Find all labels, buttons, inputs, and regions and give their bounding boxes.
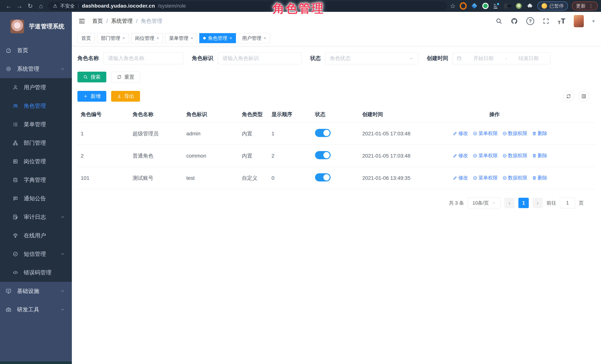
- sidebar-logo[interactable]: 芋道管理系统: [0, 12, 72, 41]
- sidebar-item-audit-log[interactable]: 审计日志: [0, 208, 72, 226]
- search-button[interactable]: 搜索: [77, 72, 106, 82]
- browser-reload-icon[interactable]: ↻: [25, 1, 36, 10]
- extension-green-icon[interactable]: [482, 2, 489, 10]
- status-toggle[interactable]: [315, 129, 331, 137]
- col-actions: 操作: [453, 107, 536, 123]
- status-toggle[interactable]: [315, 151, 331, 159]
- sidebar-item-dict[interactable]: 字典管理: [0, 171, 72, 189]
- sidebar-item-errcode[interactable]: 错误码管理: [0, 263, 72, 282]
- extension-on-icon[interactable]: on: [504, 2, 511, 10]
- delete-action[interactable]: 删除: [532, 130, 547, 137]
- extension-monkey-icon[interactable]: [515, 2, 522, 10]
- role-key-input[interactable]: [218, 52, 301, 64]
- reset-button[interactable]: 重置: [111, 72, 140, 82]
- tab-close-icon[interactable]: ×: [190, 36, 193, 41]
- tab-post[interactable]: 岗位管理 ×: [131, 33, 163, 43]
- menu-perm-action[interactable]: 菜单权限: [473, 130, 498, 137]
- prev-page-button[interactable]: ‹: [504, 198, 515, 208]
- breadcrumb-system[interactable]: 系统管理: [111, 17, 133, 25]
- role-name-input[interactable]: [103, 52, 183, 64]
- table-refresh-button[interactable]: [563, 91, 574, 102]
- extension-grid-icon[interactable]: [493, 2, 500, 10]
- status-toggle[interactable]: [315, 173, 331, 181]
- data-perm-action[interactable]: 数据权限: [502, 152, 527, 159]
- monitor-check-icon: [6, 288, 11, 294]
- breadcrumb-home[interactable]: 首页: [92, 17, 103, 25]
- fullscreen-icon[interactable]: [543, 18, 549, 24]
- font-size-icon[interactable]: TT: [558, 17, 565, 25]
- address-bar[interactable]: ⚠ 不安全 | dashboard.yudao.iocoder.cn /syst…: [48, 1, 447, 10]
- tab-dept[interactable]: 部门管理 ×: [97, 33, 129, 43]
- sidebar-item-notice[interactable]: 通知公告: [0, 189, 72, 208]
- search-icon[interactable]: [496, 18, 502, 24]
- profile-paused-pill[interactable]: 已暂停: [538, 1, 568, 10]
- avatar-caret-icon[interactable]: ▾: [592, 18, 595, 24]
- tab-menu[interactable]: 菜单管理 ×: [165, 33, 197, 43]
- tab-label: 角色管理: [208, 35, 227, 41]
- tab-home[interactable]: 首页: [77, 33, 95, 43]
- sidebar-item-roles[interactable]: 角色管理: [0, 97, 72, 115]
- sidebar-item-infra[interactable]: 基础设施: [0, 282, 72, 300]
- date-range-picker[interactable]: 开始日期 - 结束日期: [453, 52, 551, 64]
- chevron-down-icon: [60, 307, 65, 312]
- col-role-type: 角色类型: [237, 107, 267, 123]
- page-size-select[interactable]: 10条/页: [468, 197, 501, 208]
- export-button[interactable]: 导出: [111, 91, 140, 102]
- data-perm-action[interactable]: 数据权限: [502, 175, 527, 181]
- tab-user[interactable]: 用户管理 ×: [238, 33, 270, 43]
- browser-menu-icon[interactable]: ⋮: [589, 3, 594, 9]
- delete-action[interactable]: 删除: [532, 175, 547, 181]
- menu-perm-action[interactable]: 菜单权限: [473, 152, 498, 159]
- extensions-puzzle-icon[interactable]: [526, 2, 533, 10]
- toolbox-icon: [6, 307, 11, 313]
- sidebar-item-users[interactable]: 用户管理: [0, 78, 72, 97]
- status-select[interactable]: 角色状态: [325, 52, 418, 64]
- sidebar-item-sms[interactable]: 短信管理: [0, 245, 72, 263]
- hamburger-icon[interactable]: [78, 17, 86, 25]
- chrome-update-button[interactable]: 更新 ⋮: [572, 1, 598, 10]
- delete-action[interactable]: 删除: [532, 152, 547, 159]
- browser-home-icon[interactable]: ⌂: [36, 1, 46, 10]
- sidebar-item-posts[interactable]: 岗位管理: [0, 152, 72, 171]
- extensions-cluster: ☆ on 已暂停 更新 ⋮: [450, 1, 598, 10]
- tab-label: 部门管理: [101, 35, 120, 41]
- sidebar-item-home[interactable]: 首页: [0, 41, 72, 60]
- menu-perm-action[interactable]: 菜单权限: [473, 175, 498, 181]
- security-label[interactable]: 不安全: [60, 3, 75, 9]
- sidebar-item-system[interactable]: 系统管理: [0, 60, 72, 78]
- sidebar-item-online-users[interactable]: 在线用户: [0, 226, 72, 245]
- edit-action[interactable]: 修改: [453, 175, 468, 181]
- browser-back-icon[interactable]: ←: [3, 1, 14, 10]
- browser-forward-icon[interactable]: →: [14, 1, 25, 10]
- edit-action[interactable]: 修改: [453, 152, 468, 159]
- edit-action[interactable]: 修改: [453, 130, 468, 137]
- tab-role-active[interactable]: 角色管理 ×: [199, 33, 236, 43]
- column-settings-button[interactable]: [578, 91, 589, 102]
- circle-check-icon: [473, 154, 477, 158]
- address-divider: |: [78, 3, 79, 9]
- user-avatar[interactable]: [574, 15, 584, 27]
- extension-gem-icon[interactable]: [471, 2, 478, 10]
- search-form: 角色名称 角色标识 状态 角色状态 创建时间 开始日期 -: [77, 52, 595, 64]
- page-1-button[interactable]: 1: [518, 198, 529, 208]
- github-icon[interactable]: [511, 18, 518, 25]
- create-time-label: 创建时间: [427, 55, 448, 62]
- bookmark-star-icon[interactable]: ☆: [450, 2, 456, 10]
- refresh-icon: [117, 75, 122, 79]
- sidebar-item-label: 基础设施: [17, 287, 55, 295]
- tab-close-icon[interactable]: ×: [157, 36, 159, 41]
- data-perm-action[interactable]: 数据权限: [502, 130, 527, 137]
- next-page-button[interactable]: ›: [532, 198, 543, 208]
- goto-page-input[interactable]: [560, 197, 575, 208]
- sidebar-item-depts[interactable]: 部门管理: [0, 134, 72, 152]
- chevron-down-icon: [60, 252, 65, 256]
- search-icon: [83, 75, 88, 79]
- help-icon[interactable]: ?: [526, 17, 534, 25]
- extension-orange-icon[interactable]: [460, 2, 467, 10]
- tab-close-icon[interactable]: ×: [230, 36, 232, 41]
- sidebar-item-menus[interactable]: 菜单管理: [0, 115, 72, 134]
- add-button[interactable]: 新增: [77, 91, 106, 102]
- tab-close-icon[interactable]: ×: [122, 36, 125, 41]
- sidebar-item-devtools[interactable]: 研发工具: [0, 300, 72, 319]
- tab-close-icon[interactable]: ×: [264, 36, 266, 41]
